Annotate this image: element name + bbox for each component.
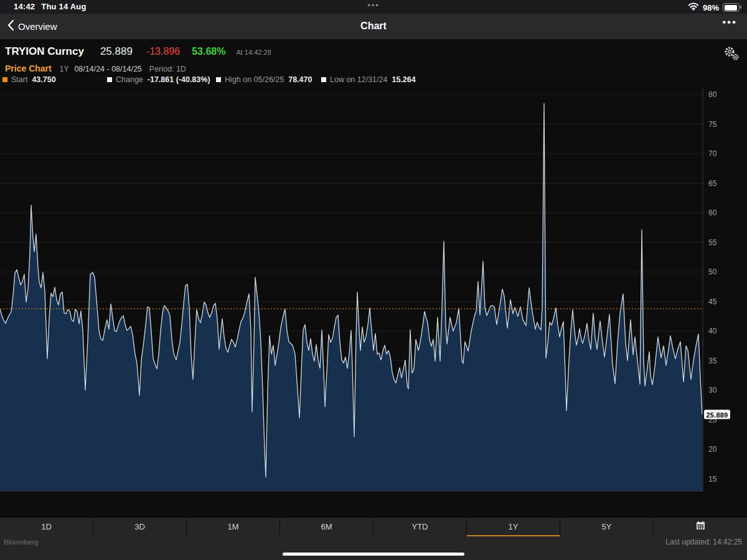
y-tick-75: 75: [708, 120, 716, 129]
chart-subheader: Price Chart 1Y 08/14/24 - 08/14/25 Perio…: [5, 63, 186, 73]
y-tick-55: 55: [708, 238, 716, 247]
chart-type-label[interactable]: Price Chart: [5, 63, 52, 73]
legend-marker-icon: [216, 77, 221, 82]
chart-legend: Start43.750Change-17.861 (-40.83%)High o…: [0, 75, 747, 88]
price-chart-plot[interactable]: 1520253035404550556065707580 25.889 Augu…: [0, 87, 747, 492]
y-tick-65: 65: [708, 179, 716, 188]
legend-value: 15.264: [392, 75, 415, 84]
chart-settings-button[interactable]: [722, 45, 740, 62]
status-time-date: 14:42Thu 14 Aug: [14, 2, 87, 11]
home-indicator[interactable]: [283, 553, 464, 556]
tab-1y[interactable]: 1Y: [467, 518, 560, 535]
date-range: 08/14/24 - 08/14/25: [74, 65, 141, 73]
price-area-chart[interactable]: [0, 87, 703, 492]
legend-value: 43.750: [32, 75, 55, 84]
y-tick-80: 80: [708, 90, 716, 99]
range-label: 1Y: [60, 65, 69, 73]
legend-value: 78.470: [288, 75, 312, 84]
y-tick-45: 45: [708, 297, 716, 306]
last-updated-text: Last updated: 14:42:25: [665, 538, 742, 546]
tab-3d[interactable]: 3D: [93, 518, 187, 535]
y-tick-15: 15: [708, 475, 716, 483]
status-time: 14:42: [14, 2, 35, 11]
legend-marker-icon: [321, 77, 326, 82]
tab-1d[interactable]: 1D: [0, 518, 93, 535]
as-of-time: At 14:42:28: [236, 49, 271, 56]
more-menu-button[interactable]: •••: [722, 16, 737, 29]
price-change-pct: 53.68%: [192, 46, 225, 57]
legend-item-change: Change-17.861 (-40.83%): [107, 75, 210, 84]
legend-marker-icon: [2, 77, 7, 82]
legend-item-high-on-05-26-25: High on 05/26/2578.470: [216, 75, 312, 84]
security-name: TRYION Curncy: [5, 45, 84, 58]
range-tab-bar: 1D3D1M6MYTD1Y5Y: [0, 518, 747, 535]
legend-label: Start: [11, 75, 27, 84]
tab-6m[interactable]: 6M: [280, 518, 374, 535]
nav-bar: Overview Chart •••: [0, 14, 747, 39]
y-tick-70: 70: [708, 149, 716, 158]
y-tick-35: 35: [708, 357, 716, 365]
bottom-bar: 1D3D1M6MYTD1Y5Y Bloomberg Last updated: …: [0, 518, 747, 560]
tab-5y[interactable]: 5Y: [560, 518, 654, 535]
last-price: 25.889: [100, 45, 133, 58]
battery-percent: 98%: [703, 3, 719, 12]
price-change: -13.896: [146, 46, 180, 57]
chart-screen: TRYION Curncy 25.889 -13.896 53.68% At 1…: [0, 39, 747, 518]
y-tick-30: 30: [708, 386, 716, 394]
wifi-icon: [688, 2, 699, 13]
legend-label: High on 05/26/25: [225, 75, 284, 84]
tab-1m[interactable]: 1M: [187, 518, 280, 535]
legend-item-start: Start43.750: [2, 75, 56, 84]
multitask-dots-icon: •••: [367, 1, 380, 10]
page-title: Chart: [0, 21, 747, 32]
legend-value: -17.861 (-40.83%): [148, 75, 210, 84]
y-tick-40: 40: [708, 327, 716, 335]
tab-ytd[interactable]: YTD: [374, 518, 467, 535]
y-tick-60: 60: [708, 208, 716, 217]
price-area-fill: [0, 104, 702, 492]
bloomberg-watermark: Bloomberg: [4, 538, 39, 546]
last-price-axis-badge: 25.889: [704, 410, 730, 419]
legend-item-low-on-12-31-24: Low on 12/31/2415.264: [321, 75, 416, 84]
period-label: Period: 1D: [149, 65, 186, 73]
status-bar: 14:42Thu 14 Aug ••• 98%: [0, 0, 747, 14]
y-tick-50: 50: [708, 268, 716, 276]
legend-marker-icon: [107, 77, 112, 82]
calendar-icon: [696, 521, 705, 532]
ticker-row: TRYION Curncy 25.889 -13.896 53.68% At 1…: [5, 45, 271, 58]
status-date: Thu 14 Aug: [41, 2, 86, 11]
battery-icon: [723, 3, 740, 12]
y-tick-20: 20: [708, 445, 716, 454]
legend-label: Low on 12/31/24: [330, 75, 387, 84]
legend-label: Change: [116, 75, 143, 84]
tab-calendar[interactable]: [654, 518, 747, 535]
